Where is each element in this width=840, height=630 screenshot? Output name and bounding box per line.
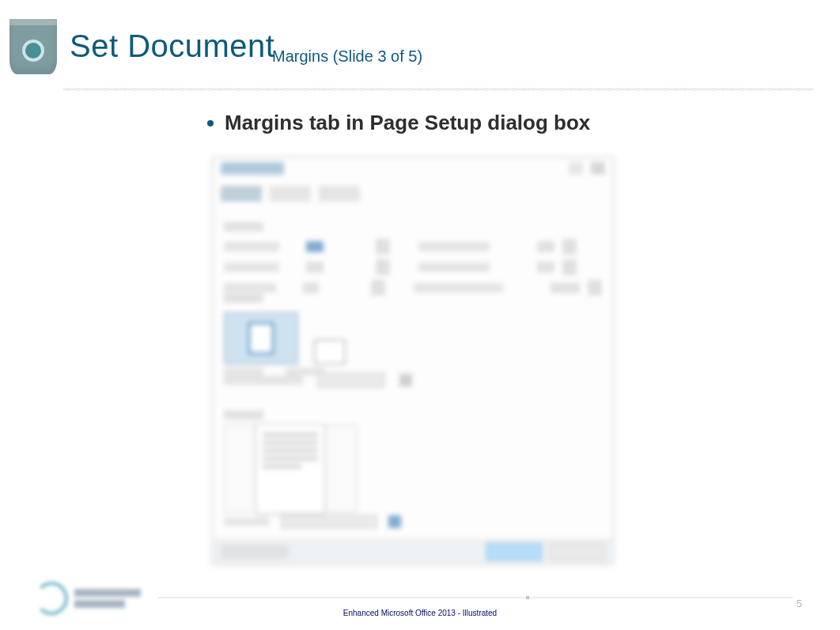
- value-right[interactable]: [537, 262, 554, 273]
- dialog-tab-strip: [221, 186, 360, 202]
- chevron-down-icon[interactable]: [399, 374, 412, 387]
- tab-layout[interactable]: [319, 186, 360, 202]
- multiple-pages-dropdown[interactable]: [317, 372, 385, 388]
- label-left: [224, 262, 279, 272]
- value-left[interactable]: [306, 262, 324, 273]
- spinner-gutter[interactable]: [371, 280, 385, 296]
- chevron-down-icon[interactable]: [388, 515, 401, 528]
- brand-shield-icon: [9, 19, 57, 74]
- label-right: [418, 262, 490, 272]
- spinner-top[interactable]: [376, 239, 390, 255]
- help-icon[interactable]: [569, 162, 583, 175]
- value-gutter[interactable]: [303, 282, 320, 293]
- orientation-section: [224, 293, 346, 375]
- apply-to-dropdown[interactable]: [281, 515, 377, 529]
- spinner-bottom[interactable]: [562, 239, 577, 255]
- value-gutter-position[interactable]: [551, 282, 580, 293]
- header-divider: [63, 85, 813, 93]
- dialog-title: [221, 162, 284, 175]
- spinner-left[interactable]: [376, 259, 390, 275]
- dropdown-gutter-position[interactable]: [588, 280, 602, 296]
- ok-button[interactable]: [486, 543, 542, 560]
- page-setup-dialog-image: [212, 157, 614, 564]
- label-gutter: [224, 283, 276, 292]
- label-gutter-position: [414, 283, 502, 292]
- cancel-button[interactable]: [550, 543, 605, 560]
- page-setup-dialog: [212, 157, 614, 564]
- bullet-text: Margins tab in Page Setup dialog box: [225, 111, 590, 135]
- footer-divider: [158, 594, 793, 602]
- label-top: [224, 242, 279, 251]
- margins-section-label: [224, 222, 263, 232]
- close-icon[interactable]: [591, 162, 605, 175]
- slide-header: Set Document Margins (Slide 3 of 5): [9, 19, 831, 82]
- portrait-icon: [248, 323, 274, 354]
- spinner-right[interactable]: [562, 259, 577, 275]
- landscape-icon[interactable]: [314, 339, 346, 364]
- preview-section-label: [224, 410, 263, 420]
- bullet-marker-icon: [207, 120, 214, 126]
- slide-subtitle: Margins (Slide 3 of 5): [272, 47, 422, 66]
- value-bottom[interactable]: [537, 241, 554, 252]
- margins-section: [224, 222, 602, 298]
- footer-caption: Enhanced Microsoft Office 2013 - Illustr…: [0, 609, 840, 617]
- slide-title: Set Document: [70, 28, 274, 64]
- apply-to-label: [224, 518, 270, 526]
- preview-section: [224, 410, 357, 513]
- value-top[interactable]: [306, 241, 324, 252]
- label-bottom: [418, 242, 490, 251]
- apply-to-row: [224, 515, 401, 529]
- orientation-section-label: [224, 293, 263, 303]
- preview-box: [224, 424, 357, 513]
- set-as-default-button[interactable]: [221, 545, 289, 559]
- multiple-pages-label: [224, 375, 303, 385]
- main-bullet: Margins tab in Page Setup dialog box: [207, 111, 590, 135]
- tab-paper[interactable]: [270, 186, 311, 202]
- multiple-pages-row: [224, 372, 412, 388]
- orientation-portrait[interactable]: [224, 312, 298, 364]
- dialog-button-bar: [213, 539, 613, 564]
- page-number: 5: [796, 598, 802, 609]
- tab-margins[interactable]: [221, 186, 262, 202]
- preview-page-icon: [255, 424, 325, 514]
